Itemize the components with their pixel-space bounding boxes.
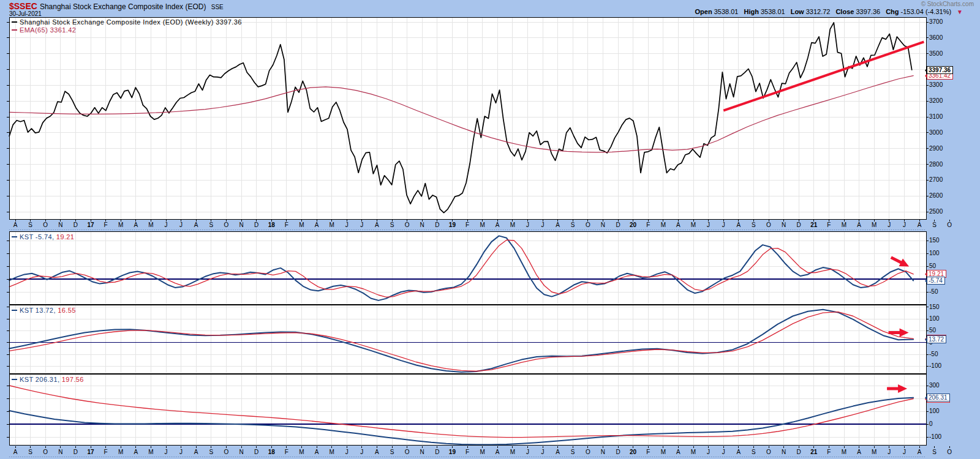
month-label: D xyxy=(74,222,78,228)
month-label: O xyxy=(224,222,229,228)
kst3-legend-blue: KST 206.31, xyxy=(20,376,59,383)
month-label: O xyxy=(405,449,410,455)
month-label: J xyxy=(707,222,710,228)
month-label: M xyxy=(872,222,876,228)
month-label: S xyxy=(209,222,213,228)
month-label: O xyxy=(766,222,771,228)
kst1-legend: KST -5.74, 19.21 xyxy=(12,233,74,241)
month-label: N xyxy=(58,449,62,455)
month-label: J xyxy=(722,222,725,228)
month-label: F xyxy=(827,222,831,228)
price-ytick-label: 3000 xyxy=(929,129,943,136)
month-label: J xyxy=(360,222,363,228)
month-label: D xyxy=(254,222,258,228)
price-ytick-label: 2700 xyxy=(929,176,943,183)
price-ytick-label: 3200 xyxy=(929,97,943,104)
month-label: A xyxy=(676,449,680,455)
price-legend: Shanghai Stock Exchange Composite Index … xyxy=(12,18,242,26)
month-label: A xyxy=(315,449,319,455)
month-label: S xyxy=(932,449,937,455)
kst2-ytick-label: 100 xyxy=(929,315,940,322)
month-label: M xyxy=(510,222,515,228)
month-label: J xyxy=(345,449,349,455)
month-label: F xyxy=(285,449,288,455)
price-ytick-label: 3300 xyxy=(929,81,943,88)
month-label: N xyxy=(601,449,605,455)
month-label: M xyxy=(118,449,123,455)
kst2-line-swatch-icon xyxy=(12,310,17,311)
month-label: 21 xyxy=(810,222,817,228)
month-label: A xyxy=(496,222,500,228)
price-ytick-label: 2900 xyxy=(929,145,943,152)
month-label: D xyxy=(797,222,801,228)
kst3-legend: KST 206.31, 197.56 xyxy=(12,376,84,383)
month-label: O xyxy=(224,449,229,455)
kst2-value-label: 13.72 xyxy=(927,335,946,343)
month-label: F xyxy=(104,449,108,455)
kst1-line-swatch-icon xyxy=(12,236,17,237)
month-label: A xyxy=(13,449,18,455)
month-label: M xyxy=(329,222,334,228)
price-ytick-label: 3700 xyxy=(929,18,943,25)
month-label: S xyxy=(752,449,756,455)
month-label: M xyxy=(148,222,153,228)
kst2-ytick-label: 50 xyxy=(929,327,936,334)
month-label: M xyxy=(118,222,123,228)
month-label: O xyxy=(405,222,410,228)
month-label: S xyxy=(390,222,394,228)
month-label: O xyxy=(766,449,771,455)
month-label: A xyxy=(857,222,861,228)
month-label: M xyxy=(148,449,153,455)
month-label: A xyxy=(375,449,379,455)
kst3-ytick-label: -100 xyxy=(929,433,941,440)
stockcharts-chart-screenshot: $SSECShanghai Stock Exchange Composite I… xyxy=(0,0,980,459)
price-ytick-label: 3600 xyxy=(929,34,943,41)
month-label: O xyxy=(947,449,952,455)
month-label: S xyxy=(571,449,575,455)
price-line-swatch-icon xyxy=(12,21,17,23)
month-label: D xyxy=(616,449,620,455)
month-label: A xyxy=(918,449,922,455)
month-label: M xyxy=(691,222,696,228)
month-label: N xyxy=(239,222,243,228)
month-label: M xyxy=(661,222,666,228)
kst3-ytick-label: 100 xyxy=(929,408,940,414)
month-label: N xyxy=(782,449,786,455)
price-ytick-label: 2600 xyxy=(929,192,943,199)
kst1-value-label: -5.74 xyxy=(927,277,945,285)
month-label: 21 xyxy=(810,449,817,455)
month-label: M xyxy=(842,222,846,228)
kst1-legend-red: 19.21 xyxy=(56,233,75,241)
month-label: M xyxy=(842,449,846,455)
month-label: F xyxy=(104,222,108,228)
month-label: M xyxy=(299,222,304,228)
month-label: J xyxy=(707,449,710,455)
month-label: O xyxy=(586,449,590,455)
month-label: A xyxy=(375,222,379,228)
month-label: M xyxy=(510,449,515,455)
month-label: A xyxy=(194,222,198,228)
kst2-ytick-label: 150 xyxy=(929,304,940,310)
month-label: A xyxy=(556,222,560,228)
month-label: J xyxy=(165,449,168,455)
month-label: F xyxy=(646,222,650,228)
panel-price xyxy=(7,17,929,219)
month-label: 17 xyxy=(87,449,94,455)
month-label: 18 xyxy=(268,222,275,228)
chart-canvas xyxy=(0,0,980,459)
month-label: A xyxy=(496,449,500,455)
month-label: 18 xyxy=(268,449,275,455)
price-ytick-label: 2800 xyxy=(929,161,943,168)
kst1-ytick-label: -50 xyxy=(929,288,938,295)
month-label: 20 xyxy=(630,449,636,455)
month-label: J xyxy=(888,449,891,455)
ema-legend: EMA(65) 3361.42 xyxy=(12,26,76,34)
month-label: A xyxy=(676,222,680,228)
month-label: O xyxy=(586,222,590,228)
month-label: D xyxy=(435,449,439,455)
ema-line-swatch-icon xyxy=(12,29,17,31)
month-label: J xyxy=(903,449,906,455)
month-label: J xyxy=(360,449,363,455)
month-label: S xyxy=(390,449,394,455)
month-label: J xyxy=(722,449,725,455)
